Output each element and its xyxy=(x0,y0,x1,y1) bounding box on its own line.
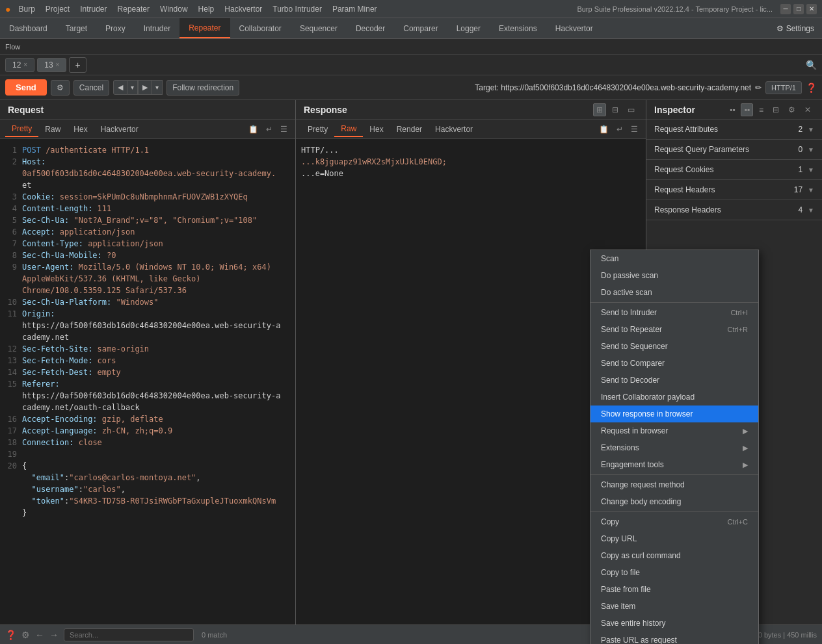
ctx-insert-collaborator[interactable]: Insert Collaborator payload xyxy=(590,389,758,406)
inspector-request-attributes[interactable]: Request Attributes 2 ▼ xyxy=(646,120,822,140)
ctx-save-history[interactable]: Save entire history xyxy=(590,615,758,632)
menu-turbo-intruder[interactable]: Turbo Intruder xyxy=(267,2,327,16)
request-tab-13[interactable]: 13 × xyxy=(37,58,66,72)
tab-collaborator[interactable]: Collaborator xyxy=(230,18,291,38)
menu-window[interactable]: Window xyxy=(155,2,193,16)
wordwrap-response-icon[interactable]: ↵ xyxy=(614,123,626,135)
ctx-show-response-browser[interactable]: Show response in browser xyxy=(590,406,758,422)
close-tab-13[interactable]: × xyxy=(56,61,60,68)
inspector-close-icon[interactable]: ✕ xyxy=(801,103,814,116)
ctx-passive-scan[interactable]: Do passive scan xyxy=(590,267,758,284)
help-status-icon[interactable]: ❓ xyxy=(5,630,16,640)
tab-decoder[interactable]: Decoder xyxy=(347,18,394,38)
ctx-send-intruder[interactable]: Send to IntruderCtrl+I xyxy=(590,304,758,321)
req-tab-hex[interactable]: Hex xyxy=(67,122,94,136)
ctx-paste-file[interactable]: Paste from file xyxy=(590,581,758,598)
menu-hackvertor[interactable]: Hackvertor xyxy=(219,2,267,16)
ctx-engagement-tools[interactable]: Engagement tools▶ xyxy=(590,456,758,473)
edit-target-icon[interactable]: ✏ xyxy=(755,83,762,92)
tab-sequencer[interactable]: Sequencer xyxy=(291,18,347,38)
tab-comparer[interactable]: Comparer xyxy=(394,18,447,38)
inspector-view1-icon[interactable]: ▪▪ xyxy=(726,103,739,116)
tab-extensions[interactable]: Extensions xyxy=(490,18,546,38)
add-request-tab-button[interactable]: + xyxy=(69,57,86,73)
search-icon[interactable]: 🔍 xyxy=(806,60,817,70)
inspector-request-headers[interactable]: Request Headers 17 ▼ xyxy=(646,180,822,200)
nav-prev-button[interactable]: ◀ xyxy=(113,80,127,95)
ctx-save-item[interactable]: Save item xyxy=(590,598,758,615)
minimize-button[interactable]: ─ xyxy=(780,4,791,14)
res-tab-raw[interactable]: Raw xyxy=(334,122,363,137)
ctx-send-sequencer[interactable]: Send to Sequencer xyxy=(590,338,758,355)
tab-intruder[interactable]: Intruder xyxy=(135,18,179,38)
inspector-align-icon[interactable]: ≡ xyxy=(756,103,767,116)
send-button[interactable]: Send xyxy=(5,79,47,96)
cancel-button[interactable]: Cancel xyxy=(73,80,109,96)
tab-logger[interactable]: Logger xyxy=(447,18,490,38)
ctx-change-encoding[interactable]: Change body encoding xyxy=(590,493,758,510)
req-tab-raw[interactable]: Raw xyxy=(38,122,67,136)
close-tab-12[interactable]: × xyxy=(23,61,27,68)
follow-redirect-button[interactable]: Follow redirection xyxy=(166,80,239,96)
inspector-settings-icon[interactable]: ⚙ xyxy=(785,103,799,116)
ctx-copy-file[interactable]: Copy to file xyxy=(590,564,758,581)
inspector-request-cookies[interactable]: Request Cookies 1 ▼ xyxy=(646,160,822,180)
request-menu-icon[interactable]: ☰ xyxy=(278,123,290,135)
response-menu-icon[interactable]: ☰ xyxy=(628,123,641,135)
copy-response-icon[interactable]: 📋 xyxy=(596,123,611,135)
request-tab-12[interactable]: 12 × xyxy=(5,58,34,72)
res-tab-render[interactable]: Render xyxy=(390,122,429,136)
tab-dashboard[interactable]: Dashboard xyxy=(0,18,57,38)
menu-param-miner[interactable]: Param Miner xyxy=(327,2,382,16)
res-tab-hex[interactable]: Hex xyxy=(363,122,390,136)
ctx-send-comparer[interactable]: Send to Comparer xyxy=(590,355,758,372)
nav-next-button[interactable]: ▶ xyxy=(138,80,152,95)
res-tab-hackvertor[interactable]: Hackvertor xyxy=(429,122,479,136)
inspector-collapse-icon[interactable]: ⊟ xyxy=(769,103,782,116)
settings-status-icon[interactable]: ⚙ xyxy=(21,630,30,640)
copy-request-icon[interactable]: 📋 xyxy=(246,123,261,135)
inspector-response-headers[interactable]: Response Headers 4 ▼ xyxy=(646,200,822,220)
view-split-icon[interactable]: ⊞ xyxy=(593,103,606,116)
help-icon[interactable]: ❓ xyxy=(806,83,817,93)
nav-next-split[interactable]: ▾ xyxy=(152,80,163,95)
http-version-badge[interactable]: HTTP/1 xyxy=(765,81,802,94)
menu-intruder[interactable]: Intruder xyxy=(75,2,112,16)
nav-back-icon[interactable]: ← xyxy=(35,630,44,640)
tab-hackvertor-main[interactable]: Hackvertor xyxy=(546,18,602,38)
ctx-active-scan[interactable]: Do active scan xyxy=(590,284,758,301)
res-tab-pretty[interactable]: Pretty xyxy=(301,122,334,136)
ctx-request-browser[interactable]: Request in browser▶ xyxy=(590,422,758,439)
inspector-query-params[interactable]: Request Query Parameters 0 ▼ xyxy=(646,140,822,160)
view-compact-icon[interactable]: ▭ xyxy=(624,103,638,116)
view-full-icon[interactable]: ⊟ xyxy=(609,103,622,116)
request-editor[interactable]: 1POST /authenticate HTTP/1.1 2Host: 0af5… xyxy=(0,139,295,625)
inspector-view2-icon[interactable]: ▪▪ xyxy=(741,103,753,116)
ctx-copy-url[interactable]: Copy URL xyxy=(590,530,758,547)
ctx-extensions[interactable]: Extensions▶ xyxy=(590,439,758,456)
ctx-send-repeater[interactable]: Send to RepeaterCtrl+R xyxy=(590,321,758,338)
tab-proxy[interactable]: Proxy xyxy=(96,18,135,38)
nav-prev-split[interactable]: ▾ xyxy=(127,80,138,95)
close-button[interactable]: ✕ xyxy=(806,4,817,14)
ctx-paste-url[interactable]: Paste URL as request xyxy=(590,632,758,644)
tab-repeater[interactable]: Repeater xyxy=(179,18,230,38)
tab-target[interactable]: Target xyxy=(57,18,96,38)
menu-burp[interactable]: Burp xyxy=(13,2,40,16)
menu-repeater[interactable]: Repeater xyxy=(113,2,155,16)
maximize-button[interactable]: □ xyxy=(793,4,804,14)
ctx-send-decoder[interactable]: Send to Decoder xyxy=(590,372,758,389)
settings-button[interactable]: ⚙ xyxy=(51,80,70,96)
ctx-change-method[interactable]: Change request method xyxy=(590,476,758,493)
ctx-copy-curl[interactable]: Copy as curl command xyxy=(590,547,758,564)
req-tab-pretty[interactable]: Pretty xyxy=(5,122,38,137)
search-input[interactable] xyxy=(64,628,194,641)
wordwrap-icon[interactable]: ↵ xyxy=(263,123,275,135)
settings-tab[interactable]: ⚙ Settings xyxy=(769,24,822,33)
ctx-scan[interactable]: Scan xyxy=(590,250,758,267)
menu-project[interactable]: Project xyxy=(40,2,75,16)
req-tab-hackvertor[interactable]: Hackvertor xyxy=(94,122,145,136)
nav-forward-icon[interactable]: → xyxy=(49,630,59,640)
ctx-copy[interactable]: CopyCtrl+C xyxy=(590,513,758,530)
menu-help[interactable]: Help xyxy=(193,2,220,16)
